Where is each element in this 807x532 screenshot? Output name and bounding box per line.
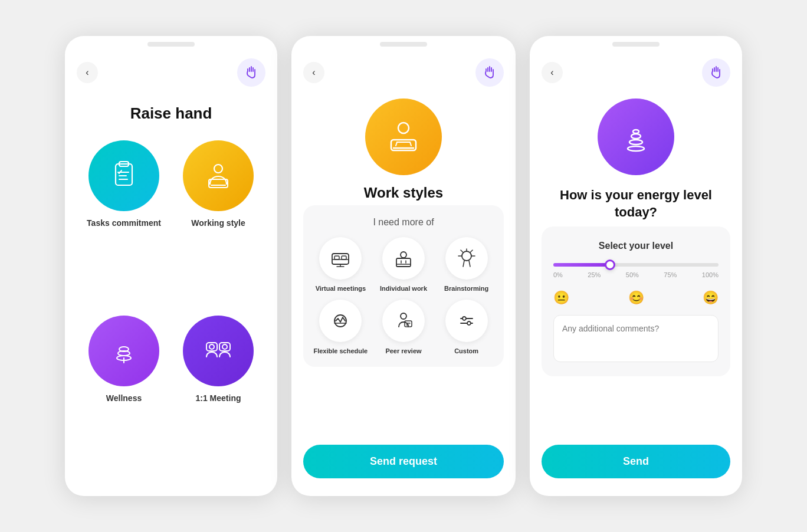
slider-track <box>553 263 719 267</box>
flexible-icon <box>330 310 351 331</box>
svg-rect-24 <box>396 258 411 267</box>
peer-review-label: Peer review <box>385 347 421 355</box>
individual-work-circle <box>382 237 425 280</box>
custom-label: Custom <box>454 347 478 355</box>
card-subtitle: I need more of <box>313 217 494 228</box>
wellness-label: Wellness <box>106 393 142 403</box>
option-meeting[interactable]: 1:1 Meeting <box>177 316 260 478</box>
energy-card-title: Select your level <box>553 241 719 251</box>
virtual-meetings-label: Virtual meetings <box>316 284 366 293</box>
balance-icon <box>615 116 657 157</box>
energy-level-screen: ‹ How is your energy level today? Select… <box>530 36 742 496</box>
work-styles-card: I need more of Virtual meet <box>303 205 504 367</box>
custom-circle <box>445 300 488 342</box>
hand-icon <box>244 65 258 80</box>
svg-point-37 <box>401 313 406 319</box>
meeting-circle <box>183 316 254 386</box>
option-working-style[interactable]: Working style <box>177 140 260 303</box>
virtual-meetings-icon <box>330 248 351 269</box>
working-style-circle <box>183 140 254 211</box>
svg-rect-16 <box>391 140 416 150</box>
svg-point-5 <box>214 165 222 173</box>
emoji-row: 😐 😊 😄 <box>553 288 719 308</box>
meeting-icon <box>201 333 236 369</box>
individual-work-label: Individual work <box>380 284 427 293</box>
wellness-circle <box>88 316 159 386</box>
label-75: 75% <box>664 271 677 278</box>
energy-card: Select your level 0% 25% 50% 75% 100% 😐 … <box>542 226 730 376</box>
svg-point-26 <box>401 252 406 258</box>
style-brainstorming[interactable]: Brainstorming <box>438 237 494 293</box>
custom-icon <box>456 310 477 331</box>
hand-icon-3 <box>709 65 723 80</box>
raise-hand-icon-button-2[interactable] <box>475 58 504 87</box>
label-25: 25% <box>588 271 601 278</box>
svg-point-45 <box>628 146 644 151</box>
svg-rect-6 <box>209 179 228 188</box>
emoji-mid: 😊 <box>628 290 644 306</box>
back-button-2[interactable]: ‹ <box>303 62 324 83</box>
raise-hand-icon-button-3[interactable] <box>702 58 730 87</box>
label-100: 100% <box>702 271 719 278</box>
wellness-icon <box>106 333 142 369</box>
raise-hand-icon-button[interactable] <box>237 58 265 87</box>
style-custom[interactable]: Custom <box>438 300 494 355</box>
notch3 <box>612 42 660 47</box>
flexible-schedule-label: Flexible schedule <box>313 347 368 355</box>
notch2 <box>380 42 427 47</box>
peer-review-icon <box>393 310 414 331</box>
style-virtual-meetings[interactable]: Virtual meetings <box>313 237 369 293</box>
svg-point-44 <box>467 321 471 325</box>
svg-line-32 <box>461 250 463 252</box>
energy-hero <box>598 98 674 175</box>
svg-point-13 <box>209 344 214 349</box>
svg-point-46 <box>629 140 642 145</box>
screen3-title: How is your energy level today? <box>530 178 742 226</box>
tasks-commitment-label: Tasks commitment <box>87 218 161 228</box>
style-individual-work[interactable]: Individual work <box>376 237 432 293</box>
back-button-1[interactable]: ‹ <box>77 62 98 83</box>
slider-labels: 0% 25% 50% 75% 100% <box>553 271 719 278</box>
brainstorming-circle <box>445 237 488 280</box>
svg-point-47 <box>631 134 641 139</box>
meeting-label: 1:1 Meeting <box>195 393 241 403</box>
send-button[interactable]: Send <box>542 445 730 478</box>
emoji-low: 😐 <box>553 290 569 306</box>
style-peer-review[interactable]: Peer review <box>376 300 432 355</box>
flexible-schedule-circle <box>319 300 362 342</box>
screens-container: ‹ Raise hand <box>41 12 766 520</box>
top-bar-2: ‹ <box>291 47 516 93</box>
option-wellness[interactable]: Wellness <box>83 316 165 478</box>
brainstorming-icon <box>456 248 477 269</box>
svg-point-14 <box>222 344 227 349</box>
slider-thumb[interactable] <box>605 260 615 270</box>
styles-grid: Virtual meetings Individual work <box>313 237 494 356</box>
top-bar-1: ‹ <box>65 47 277 93</box>
peer-review-circle <box>382 300 425 342</box>
svg-point-15 <box>398 123 409 133</box>
energy-slider[interactable]: 0% 25% 50% 75% 100% <box>553 263 719 278</box>
comments-input[interactable] <box>553 315 719 362</box>
tasks-commitment-circle <box>88 140 159 211</box>
svg-rect-0 <box>116 164 132 185</box>
svg-point-43 <box>462 317 466 320</box>
brainstorming-label: Brainstorming <box>444 284 488 293</box>
clipboard-icon <box>106 158 142 193</box>
back-button-3[interactable]: ‹ <box>542 62 563 83</box>
svg-rect-19 <box>334 256 339 260</box>
top-bar-3: ‹ <box>530 47 742 93</box>
slider-fill <box>553 263 608 267</box>
style-flexible-schedule[interactable]: Flexible schedule <box>313 300 369 355</box>
svg-line-30 <box>470 250 473 252</box>
emoji-high: 😄 <box>703 290 719 306</box>
options-grid-1: Tasks commitment Working style <box>65 129 277 496</box>
raise-hand-screen: ‹ Raise hand <box>65 36 277 496</box>
svg-rect-20 <box>342 256 346 260</box>
work-styles-screen: ‹ Work styles I need more of <box>291 36 516 496</box>
send-request-button[interactable]: Send request <box>303 445 504 478</box>
screen1-title: Raise hand <box>65 93 277 129</box>
label-50: 50% <box>626 271 639 278</box>
laptop-work-icon <box>383 116 424 157</box>
option-tasks-commitment[interactable]: Tasks commitment <box>83 140 165 303</box>
working-style-label: Working style <box>191 218 245 228</box>
